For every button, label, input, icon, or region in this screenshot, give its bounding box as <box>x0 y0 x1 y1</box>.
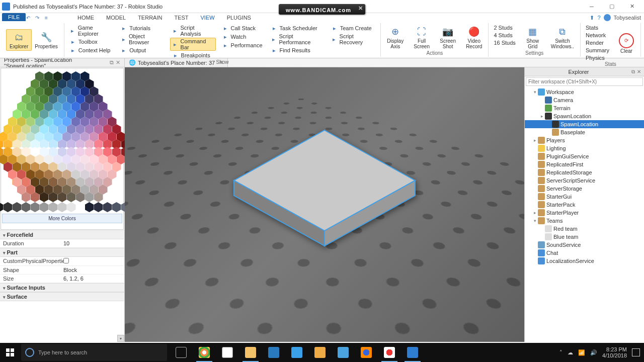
category-forcefield[interactable]: Forcefield <box>0 230 124 239</box>
tree-node-starterplayer[interactable]: ▸StarterPlayer <box>525 209 644 217</box>
qat-redo-icon[interactable]: ↷ <box>33 14 41 21</box>
tree-node-startergui[interactable]: StarterGui <box>525 193 644 201</box>
tree-node-serverscriptservice[interactable]: ServerScriptService <box>525 176 644 185</box>
gray-swatch[interactable] <box>49 202 58 212</box>
grayscale-row[interactable] <box>0 202 139 212</box>
ribbon-output[interactable]: ▸Output <box>118 46 166 54</box>
clear-button[interactable]: ⟳ Clear <box>615 24 637 61</box>
task-view-button[interactable] <box>170 343 192 362</box>
gray-swatch[interactable] <box>58 202 67 212</box>
tree-node-spawnlocation[interactable]: SpawnLocation <box>525 120 644 128</box>
stats-stats[interactable]: Stats <box>584 24 611 31</box>
action-display-axis[interactable]: ⊕Display Axis <box>384 24 407 50</box>
ribbon-tutorials[interactable]: ▸Tutorials <box>118 24 166 32</box>
ribbon-call-stack[interactable]: ▸Call Stack <box>220 24 265 32</box>
close-button[interactable]: ✕ <box>622 1 642 13</box>
popout-icon[interactable]: ⧉ <box>631 69 635 74</box>
property-row[interactable]: Duration10 <box>0 239 124 248</box>
tree-node-spawnlocation[interactable]: ▸SpawnLocation <box>525 112 644 120</box>
tray-cloud-icon[interactable]: ☁ <box>568 349 573 356</box>
studs-4-studs[interactable]: 4 Studs <box>492 32 517 39</box>
ribbon-game-explorer[interactable]: ▸Game Explorer <box>67 24 114 37</box>
ribbon-breakpoints[interactable]: ▸Breakpoints <box>170 51 216 59</box>
gray-swatch[interactable] <box>85 202 94 212</box>
notification-center-icon[interactable] <box>632 348 640 356</box>
color-hex-grid[interactable] <box>5 70 120 201</box>
maximize-button[interactable]: ▢ <box>602 1 622 13</box>
action-full-screen[interactable]: ⛶Full Screen <box>411 24 433 50</box>
ribbon-script-analysis[interactable]: ▸Script Analysis <box>170 24 216 37</box>
ribbon-script-performance[interactable]: ▸Script Performance <box>269 33 325 46</box>
gray-swatch[interactable] <box>112 202 121 212</box>
tab-test[interactable]: TEST <box>169 14 193 22</box>
studs-2-studs[interactable]: 2 Studs <box>492 24 517 31</box>
gray-swatch[interactable] <box>94 202 103 212</box>
taskbar-app1[interactable] <box>263 343 285 362</box>
ribbon-team-create[interactable]: ▸Team Create <box>329 24 378 32</box>
tray-volume-icon[interactable]: 🔊 <box>590 349 597 356</box>
spawn-location-part[interactable] <box>224 120 425 262</box>
stats-physics[interactable]: Physics <box>584 54 611 61</box>
stats-summary[interactable]: Summary <box>584 47 611 54</box>
taskbar-app4[interactable] <box>332 343 354 362</box>
taskbar-firefox[interactable] <box>355 343 377 362</box>
file-menu[interactable]: FILE <box>2 13 26 21</box>
tree-node-teams[interactable]: ▾Teams <box>525 217 644 225</box>
taskbar-explorer[interactable] <box>239 343 262 362</box>
tree-node-lighting[interactable]: Lighting <box>525 144 644 152</box>
close-icon[interactable]: ✕ <box>637 69 641 74</box>
taskbar-clock[interactable]: 8:23 PM4/10/2018 <box>602 346 627 358</box>
switch-windows-button[interactable]: ⧉Switch Windows.. <box>548 24 577 50</box>
more-colors-button[interactable]: More Colors <box>2 214 122 223</box>
ribbon-watch[interactable]: ▸Watch <box>220 33 265 41</box>
tray-up-icon[interactable]: ˄ <box>559 349 562 356</box>
studs-16-studs[interactable]: 16 Studs <box>492 39 517 46</box>
action-video-record[interactable]: 🔴Video Record <box>463 24 485 50</box>
taskbar-search[interactable]: Type here to search <box>21 344 167 361</box>
tab-terrain[interactable]: TERRAIN <box>133 14 167 22</box>
ribbon-context-help[interactable]: ▸Context Help <box>67 46 114 54</box>
tree-node-replicatedstorage[interactable]: ReplicatedStorage <box>525 168 644 176</box>
tree-node-terrain[interactable]: Terrain <box>525 104 644 112</box>
category-surface-inputs[interactable]: Surface Inputs <box>0 283 124 292</box>
gray-swatch[interactable] <box>4 202 13 212</box>
stats-render[interactable]: Render <box>584 39 611 46</box>
filter-input[interactable] <box>526 77 643 86</box>
gray-swatch[interactable] <box>103 202 112 212</box>
property-row[interactable]: CustomPhysicalProperties <box>0 257 124 266</box>
taskbar-chrome[interactable] <box>193 343 215 362</box>
tray-wifi-icon[interactable]: 📶 <box>578 349 585 356</box>
ribbon-object-browser[interactable]: ▸Object Browser <box>118 33 166 46</box>
tab-view[interactable]: VIEW <box>196 14 220 22</box>
gray-swatch[interactable] <box>67 202 76 212</box>
scroll-down-button[interactable]: ▾ <box>117 335 124 342</box>
tab-home[interactable]: HOME <box>72 14 99 22</box>
ribbon-command-bar[interactable]: ▸Command Bar <box>170 38 216 51</box>
tree-node-serverstorage[interactable]: ServerStorage <box>525 185 644 193</box>
gray-swatch[interactable] <box>22 202 31 212</box>
tab-model[interactable]: MODEL <box>101 14 131 22</box>
qat-play-icon[interactable]: ≡ <box>42 14 50 21</box>
stats-network[interactable]: Network <box>584 32 611 39</box>
gray-swatch[interactable] <box>0 202 4 212</box>
ribbon-find-results[interactable]: ▸Find Results <box>269 46 325 54</box>
tree-node-red-team[interactable]: Red team <box>525 225 644 233</box>
tab-plugins[interactable]: PLUGINS <box>222 14 256 22</box>
qat-undo-icon[interactable]: ↶ <box>24 14 32 21</box>
properties-button[interactable]: 🔧 Properties <box>32 30 61 50</box>
username[interactable]: Tobysealist <box>614 15 641 21</box>
minimize-button[interactable]: ─ <box>582 1 602 13</box>
custom-physical-checkbox[interactable] <box>63 258 69 263</box>
ribbon-script-recovery[interactable]: ▸Script Recovery <box>329 33 378 46</box>
help-icon[interactable]: ? <box>597 15 600 21</box>
category-surface[interactable]: Surface <box>0 292 124 301</box>
taskbar-app2[interactable] <box>286 343 308 362</box>
tree-node-players[interactable]: ▸Players <box>525 136 644 144</box>
gray-swatch[interactable] <box>40 202 49 212</box>
tree-node-soundservice[interactable]: SoundService <box>525 241 644 249</box>
tree-node-camera[interactable]: Camera <box>525 96 644 104</box>
tree-node-replicatedfirst[interactable]: ReplicatedFirst <box>525 160 644 168</box>
gray-swatch[interactable] <box>31 202 40 212</box>
category-part[interactable]: Part <box>0 248 124 257</box>
start-button[interactable] <box>0 343 20 362</box>
